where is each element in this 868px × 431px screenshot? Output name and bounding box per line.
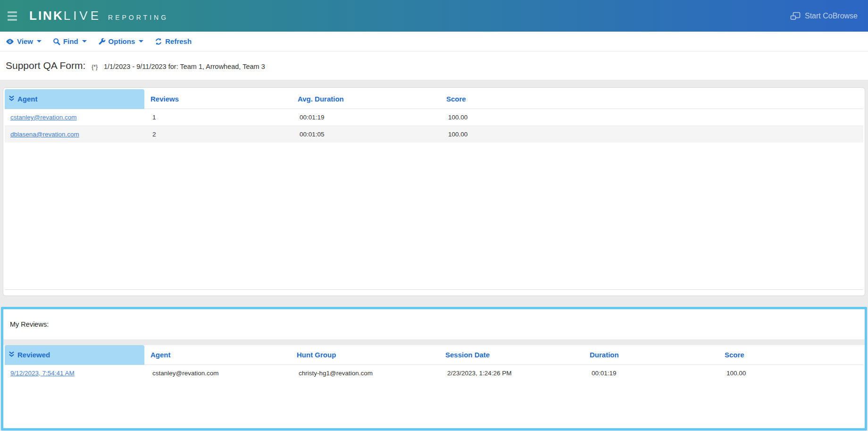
view-menu-label: View [17, 37, 33, 45]
refresh-label: Refresh [165, 37, 192, 45]
sort-descending-icon [8, 351, 15, 359]
column-header-hunt-group[interactable]: Hunt Group [291, 345, 439, 365]
table-cell: 100.00 [440, 126, 863, 143]
column-header-label: Session Date [445, 351, 490, 359]
refresh-icon [155, 38, 162, 45]
column-header-score[interactable]: Score [718, 345, 863, 365]
column-header-agent[interactable]: Agent [144, 345, 291, 365]
my-reviews-table-header-row: Reviewed Agent Hunt Group Session Date D… [5, 345, 863, 365]
my-reviews-label: My Reviews: [10, 321, 49, 328]
column-header-reviews[interactable]: Reviews [144, 89, 292, 109]
top-bar: LINK LIVE REPORTING Start CoBrowse [0, 0, 868, 32]
column-header-label: Agent [150, 351, 171, 359]
title-bar: Support QA Form: {*} 1/1/2023 - 9/11/202… [0, 51, 868, 80]
section-divider [3, 339, 865, 345]
chevron-down-icon [37, 40, 42, 42]
row-link[interactable]: dblasena@revation.com [10, 131, 79, 138]
table-cell: 2/23/2023, 1:24:26 PM [439, 365, 584, 381]
table-cell: 00:01:05 [292, 126, 440, 143]
find-menu-button[interactable]: Find [53, 37, 87, 45]
page-subtitle: 1/1/2023 - 9/11/2023 for: Team 1, Arrowh… [104, 63, 265, 70]
agents-table-header-row: Agent Reviews Avg. Duration Score [5, 89, 863, 109]
column-header-label: Hunt Group [297, 351, 336, 359]
row-link[interactable]: cstanley@revation.com [10, 114, 77, 121]
row-link[interactable]: 9/12/2023, 7:54:41 AM [10, 370, 75, 377]
table-cell: 00:01:19 [292, 109, 440, 126]
column-header-label: Duration [590, 351, 619, 359]
cobrowse-icon [790, 12, 801, 20]
brand-logo-light: LIVE [64, 8, 101, 23]
column-header-label: Score [446, 95, 466, 103]
refresh-button[interactable]: Refresh [155, 37, 192, 45]
table-cell: 1 [144, 109, 292, 126]
table-cell: 2 [144, 126, 292, 143]
column-header-avg-duration[interactable]: Avg. Duration [292, 89, 440, 109]
sort-descending-icon [8, 95, 15, 103]
column-header-label: Agent [17, 95, 38, 103]
options-menu-label: Options [108, 37, 135, 45]
table-cell: dblasena@revation.com [5, 126, 144, 143]
page-title-note: {*} [92, 64, 98, 70]
start-cobrowse-button[interactable]: Start CoBrowse [790, 12, 858, 20]
start-cobrowse-label: Start CoBrowse [805, 12, 858, 20]
page-title: Support QA Form: [6, 60, 85, 71]
search-icon [53, 38, 60, 45]
my-reviews-label-bar: My Reviews: [3, 309, 865, 339]
table-cell: 100.00 [440, 109, 863, 126]
table-cell: 100.00 [718, 365, 863, 381]
column-header-label: Reviews [150, 95, 179, 103]
my-reviews-panel: My Reviews: Reviewed Agent Hunt Grou [1, 307, 867, 431]
column-header-duration[interactable]: Duration [584, 345, 718, 365]
brand-logo: LINK LIVE REPORTING [29, 8, 168, 23]
column-header-score[interactable]: Score [440, 89, 863, 109]
table-cell: cstanley@revation.com [144, 365, 291, 381]
brand-logo-suffix: REPORTING [108, 14, 168, 21]
column-header-agent[interactable]: Agent [5, 89, 144, 109]
column-header-session-date[interactable]: Session Date [439, 345, 584, 365]
table-cell: 9/12/2023, 7:54:41 AM [5, 365, 144, 381]
column-header-label: Score [725, 351, 744, 359]
options-menu-button[interactable]: Options [98, 37, 144, 45]
menu-icon[interactable] [8, 11, 20, 21]
column-header-label: Avg. Duration [298, 95, 344, 103]
my-reviews-table: Reviewed Agent Hunt Group Session Date D… [5, 345, 863, 381]
brand-logo-bold: LINK [29, 8, 64, 23]
view-menu-button[interactable]: View [6, 37, 42, 45]
column-header-label: Reviewed [17, 351, 50, 359]
find-menu-label: Find [63, 37, 78, 45]
table-row: dblasena@revation.com200:01:05100.00 [5, 126, 863, 143]
table-row: cstanley@revation.com100:01:19100.00 [5, 109, 863, 126]
table-cell: 00:01:19 [584, 365, 718, 381]
agents-table: Agent Reviews Avg. Duration Score cstanl… [5, 89, 863, 143]
column-header-reviewed[interactable]: Reviewed [5, 345, 144, 365]
wrench-icon [98, 38, 106, 45]
chevron-down-icon [139, 40, 143, 42]
eye-icon [6, 38, 14, 45]
table-cell: christy-hg1@revation.com [291, 365, 439, 381]
table-cell: cstanley@revation.com [5, 109, 144, 126]
agents-summary-panel: Agent Reviews Avg. Duration Score cstanl… [3, 87, 865, 296]
chevron-down-icon [82, 40, 87, 42]
toolbar: View Find Options Re [0, 32, 868, 51]
table-row: 9/12/2023, 7:54:41 AMcstanley@revation.c… [5, 365, 863, 381]
